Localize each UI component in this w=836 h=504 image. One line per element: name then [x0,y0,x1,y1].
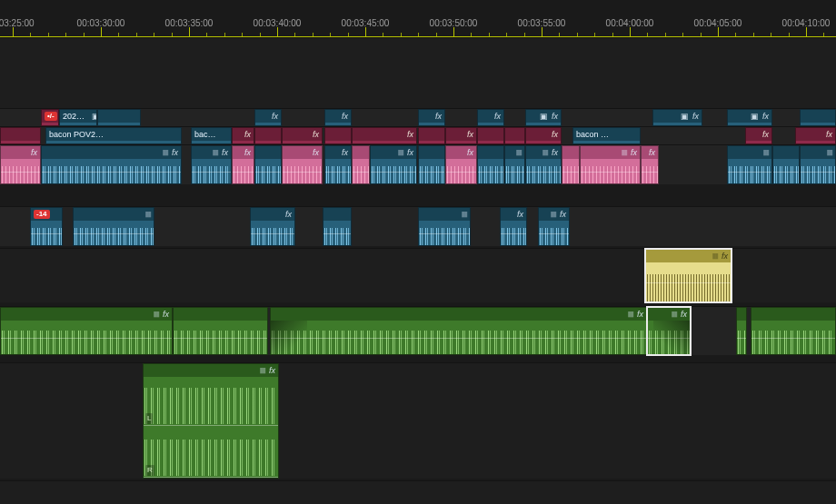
clip-body[interactable] [737,321,746,354]
clip-header[interactable] [419,110,444,123]
clip[interactable] [800,145,836,184]
clip-body[interactable] [325,123,351,125]
track-gap3[interactable] [0,480,836,504]
clip-body[interactable] [31,221,62,245]
track-a3[interactable] [0,248,836,302]
clip-body[interactable] [192,141,231,143]
clip-body[interactable] [255,141,281,143]
clip[interactable] [800,109,836,126]
clip[interactable]: bacon … [572,127,641,144]
clip-header[interactable] [526,146,561,159]
clip-body[interactable] [581,159,640,183]
clip-body[interactable] [646,262,731,301]
clip[interactable] [324,109,352,126]
clip[interactable]: bacon POV2… [45,127,182,144]
clip-body[interactable] [174,321,267,354]
clip-body[interactable] [419,141,444,143]
clip-header[interactable] [325,128,351,141]
clip-body[interactable] [1,321,172,354]
timeline[interactable]: 0:03:25:0000:03:30:0000:03:35:0000:03:40… [0,0,836,504]
clip[interactable] [0,307,173,355]
clip-header[interactable] [751,308,835,321]
clip[interactable]: LR [143,363,279,479]
clip-header[interactable] [478,146,503,159]
clip[interactable] [370,145,417,184]
clip-body[interactable] [283,141,322,143]
clip-body[interactable] [419,221,470,245]
clip-body[interactable] [325,159,351,183]
clip[interactable] [641,145,659,184]
clip[interactable] [191,145,232,184]
clip[interactable] [500,207,527,246]
clip-header[interactable]: -14 [31,208,62,221]
clip-header[interactable] [255,146,281,159]
clip-body[interactable] [419,123,444,125]
clip[interactable] [562,145,580,184]
clip[interactable] [232,127,254,144]
clip[interactable] [173,307,268,355]
clip[interactable] [97,109,141,126]
clip[interactable] [525,109,562,126]
clip[interactable] [477,127,504,144]
clip-body[interactable] [446,141,476,143]
clip-header[interactable] [446,128,476,141]
clip-header[interactable]: •/- [42,110,58,123]
clip-header[interactable] [98,110,140,123]
clip-body[interactable] [371,159,416,183]
clip-header[interactable] [255,110,281,123]
clip-header[interactable] [773,146,799,159]
clip-body[interactable] [271,321,646,354]
clip-body[interactable] [74,221,154,245]
clip-header[interactable] [283,128,322,141]
clip-header[interactable] [371,146,416,159]
clip-header[interactable] [1,146,40,159]
clip[interactable] [445,127,477,144]
clip[interactable] [324,145,352,184]
clip-header[interactable] [323,208,351,221]
clip-body[interactable] [728,159,771,183]
clip[interactable]: 202… [59,109,97,126]
clip-body[interactable] [1,159,40,183]
clip[interactable] [477,145,504,184]
clip-body[interactable] [501,221,526,245]
clip-body[interactable] [283,159,322,183]
clip[interactable] [745,127,772,144]
time-ruler[interactable]: 0:03:25:0000:03:30:0000:03:35:0000:03:40… [0,16,836,37]
clip[interactable] [282,145,323,184]
clip-header[interactable] [728,110,771,123]
clip-body[interactable] [653,123,702,125]
clip-body[interactable] [505,159,524,183]
clip-header[interactable] [233,146,254,159]
clip-header[interactable] [42,146,181,159]
clip[interactable] [736,307,747,355]
clip-body[interactable] [751,321,835,354]
clip-body[interactable] [539,221,569,245]
clip[interactable] [232,145,254,184]
clip-body[interactable] [746,141,771,143]
track-v2[interactable]: bacon POV2…bac…bacon … [0,126,836,144]
clip-header[interactable] [478,128,503,141]
clip[interactable] [580,145,641,184]
clip-header[interactable] [505,146,524,159]
clip-header[interactable]: bacon … [573,128,640,141]
clip-header[interactable] [562,146,579,159]
clip-body[interactable] [648,321,690,354]
clip-header[interactable] [353,146,369,159]
clip-header[interactable] [728,146,771,159]
clip-header[interactable]: bac… [192,128,231,141]
clip-body[interactable] [233,141,254,143]
clip-header[interactable] [353,128,416,141]
clip[interactable] [254,145,282,184]
clip[interactable] [795,127,836,144]
clip-body[interactable] [478,141,503,143]
clip-header[interactable] [653,110,702,123]
clip-body[interactable] [255,159,281,183]
clip-header[interactable] [526,110,561,123]
clip[interactable] [250,207,295,246]
clip[interactable] [647,307,691,355]
clip-header[interactable] [419,208,470,221]
clip[interactable]: -14 [30,207,63,246]
clip-body[interactable] [42,123,58,125]
clip[interactable] [645,249,732,302]
clip-body[interactable] [728,123,771,125]
